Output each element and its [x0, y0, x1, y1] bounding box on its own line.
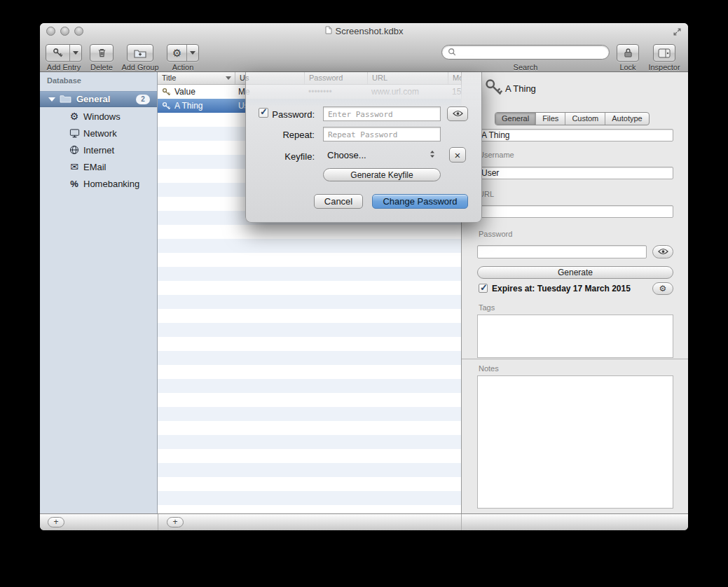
lock-icon [617, 45, 638, 61]
eye-icon [453, 109, 463, 119]
divider [461, 514, 462, 530]
notes-field[interactable] [477, 375, 673, 509]
password-checkbox[interactable] [259, 108, 268, 118]
window-title: Screenshot.kdbx [336, 26, 404, 36]
expires-settings-button[interactable]: ⚙ [652, 282, 673, 295]
trash-icon [90, 45, 113, 61]
sidebar-section-header: Database [47, 76, 81, 85]
eye-icon [658, 247, 668, 257]
disclosure-triangle-icon[interactable] [48, 97, 55, 102]
entry-title: Value [174, 85, 234, 99]
add-group-footer-button[interactable]: + [48, 517, 64, 527]
search-input[interactable] [460, 48, 603, 57]
sheet-show-password-button[interactable] [447, 106, 468, 121]
sidebar-item-label: Network [83, 128, 117, 139]
expires-checkbox[interactable] [479, 284, 488, 293]
gear-icon: ⚙ [659, 284, 667, 293]
show-password-button[interactable] [652, 245, 673, 258]
url-field[interactable] [477, 205, 673, 218]
document-icon [325, 25, 332, 37]
fullscreen-icon[interactable] [673, 27, 682, 36]
key-icon [484, 78, 504, 100]
sheet-repeat-label: Repeat: [269, 130, 315, 140]
tags-field[interactable] [477, 315, 673, 358]
divider [158, 514, 158, 530]
notes-label: Notes [479, 364, 499, 373]
tab-general[interactable]: General [495, 113, 536, 125]
generate-password-button[interactable]: Generate [477, 266, 673, 279]
username-label: Username [479, 151, 514, 159]
sidebar-item-windows[interactable]: ⚙ Windows [40, 108, 157, 125]
action-label: Action [163, 63, 202, 71]
lock-button[interactable] [617, 44, 639, 62]
username-field[interactable] [477, 167, 673, 179]
change-password-button[interactable]: Change Password [372, 194, 468, 209]
inspector-button[interactable] [653, 44, 675, 62]
chevron-down-icon[interactable] [69, 45, 81, 61]
add-entry-footer-button[interactable]: + [167, 517, 184, 527]
add-entry-label: Add Entry [40, 63, 88, 71]
action-button[interactable]: ⚙ [167, 44, 199, 62]
tab-custom[interactable]: Custom [565, 113, 605, 125]
generate-keyfile-button[interactable]: Generate Keyfile [323, 168, 441, 181]
key-icon [46, 45, 69, 61]
sidebar: Database General 2 ⚙ Windows Network [40, 72, 158, 513]
gear-icon: ⚙ [167, 45, 186, 61]
sort-indicator-icon [226, 76, 231, 80]
lock-label: Lock [612, 63, 644, 71]
key-icon [162, 101, 171, 115]
expires-label: Expires at: Tuesday 17 March 2015 [492, 284, 631, 294]
tab-autotype[interactable]: Autotype [605, 113, 648, 125]
folder-icon [60, 93, 71, 106]
add-entry-button[interactable] [46, 44, 82, 62]
titlebar[interactable]: Screenshot.kdbx [40, 23, 688, 39]
search-icon [448, 46, 456, 59]
monitor-icon [68, 128, 81, 138]
sidebar-item-label: Windows [83, 111, 121, 122]
chevron-down-icon[interactable] [186, 45, 198, 61]
add-group-label: Add Group [117, 63, 163, 71]
sidebar-item-homebanking[interactable]: % Homebanking [40, 175, 157, 192]
sidebar-group-general[interactable]: General 2 [40, 91, 157, 107]
envelope-icon: ✉ [68, 162, 81, 172]
sheet-keyfile-label: Keyfile: [269, 151, 315, 162]
sidebar-group-label: General [76, 94, 110, 104]
sidebar-item-network[interactable]: Network [40, 125, 157, 141]
divider [462, 359, 688, 359]
tags-label: Tags [479, 303, 495, 312]
search-field[interactable] [441, 45, 610, 60]
title-field[interactable] [477, 129, 673, 141]
globe-icon [68, 145, 81, 155]
password-label: Password [479, 230, 512, 238]
inspector-panel: A Thing General Files Custom Autotype Us… [461, 72, 688, 513]
percent-icon: % [68, 179, 81, 188]
entry-count-badge: 2 [136, 95, 150, 104]
enter-password-field[interactable] [323, 106, 441, 121]
gear-icon: ⚙ [68, 111, 81, 121]
search-label: Search [441, 63, 610, 71]
footer-bar: + + [40, 513, 688, 530]
folder-plus-icon [128, 45, 153, 61]
repeat-password-field[interactable] [323, 127, 441, 141]
keyfile-popup[interactable]: Choose... [323, 147, 441, 163]
sidebar-item-label: Homebanking [83, 179, 139, 189]
sidebar-item-email[interactable]: ✉ EMail [40, 158, 157, 175]
main-content: Database General 2 ⚙ Windows Network [40, 72, 688, 513]
app-window: Screenshot.kdbx Add Entry Delete Add Gr [40, 23, 688, 530]
cancel-button[interactable]: Cancel [314, 194, 363, 209]
sidebar-item-internet[interactable]: Internet [40, 141, 157, 158]
column-header-title[interactable]: Title [158, 72, 235, 84]
delete-label: Delete [83, 63, 120, 71]
sidebar-item-label: Internet [83, 145, 114, 156]
sidebar-item-label: EMail [83, 162, 107, 172]
clear-keyfile-button[interactable] [449, 147, 466, 163]
sheet-password-label: Password: [269, 109, 315, 120]
add-group-button[interactable] [127, 44, 153, 62]
delete-button[interactable] [90, 44, 114, 62]
tab-files[interactable]: Files [536, 113, 565, 125]
stepper-arrows-icon [430, 150, 435, 160]
entry-title: A Thing [174, 99, 234, 113]
panel-icon [654, 45, 675, 61]
password-field[interactable] [477, 245, 647, 258]
keyfile-popup-value: Choose... [327, 150, 430, 160]
